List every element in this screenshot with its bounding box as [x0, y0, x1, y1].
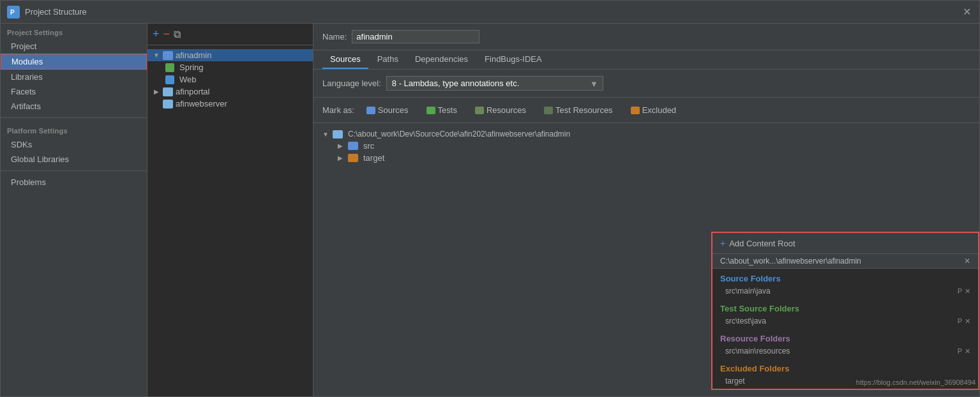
content-root-arrow: ▼ [322, 131, 330, 138]
test-folder-edit[interactable]: Ρ [958, 317, 962, 325]
language-level-select[interactable]: 8 - Lambdas, type annotations etc. [386, 76, 603, 91]
excluded-folder-path: target [725, 377, 745, 386]
tests-folder-icon [426, 107, 435, 114]
tree-label-afinadmin: afinadmin [176, 50, 211, 60]
resource-folder-path: src\main\resources [725, 347, 790, 356]
name-input[interactable] [352, 30, 479, 43]
target-label: target [363, 153, 384, 163]
resources-folder-icon [475, 107, 484, 114]
mark-as-excluded-button[interactable]: Excluded [625, 103, 682, 117]
tree-arrow-afinportal: ▶ [153, 88, 160, 95]
popup-header-text[interactable]: Add Content Root [729, 239, 795, 248]
project-settings-label: Project Settings [1, 24, 147, 39]
mark-as-label: Mark as: [322, 105, 354, 115]
popup-excluded-folder-row: target https://blog.csdn.net/weixin_3690… [720, 376, 970, 386]
content-root-item[interactable]: ▼ C:\about_work\Dev\SourceCode\afin202\a… [322, 128, 970, 140]
resource-folder-remove[interactable]: ✕ [965, 347, 970, 356]
sources-btn-label: Sources [378, 105, 409, 115]
src-label: src [363, 141, 374, 151]
remove-module-button[interactable]: − [163, 27, 170, 41]
tree-item-afinportal[interactable]: ▶ afinportal [147, 86, 313, 98]
excluded-folders-title: Excluded Folders [720, 364, 970, 373]
sources-folder-icon [366, 107, 375, 114]
popup-resource-folder-actions: Ρ ✕ [958, 347, 970, 356]
mark-as-resources-button[interactable]: Resources [469, 103, 532, 117]
source-folders-title: Source Folders [720, 274, 970, 283]
content-root-path: C:\about_work\Dev\SourceCode\afin202\afi… [348, 130, 570, 139]
excluded-folder-icon [631, 107, 640, 114]
sidebar-item-artifacts[interactable]: Artifacts [1, 99, 147, 114]
sidebar-item-modules[interactable]: Modules [1, 54, 147, 70]
target-arrow: ▶ [338, 154, 345, 161]
tabs-bar: Sources Paths Dependencies FindBugs-IDEA [313, 50, 979, 70]
source-folder-remove[interactable]: ✕ [965, 287, 970, 296]
folder-icon-afinwebserver [163, 100, 173, 109]
excluded-btn-label: Excluded [642, 105, 676, 115]
popup-source-folder-actions: Ρ ✕ [958, 287, 970, 296]
tree-item-web[interactable]: Web [147, 73, 313, 86]
content-area: ▼ C:\about_work\Dev\SourceCode\afin202\a… [313, 123, 979, 396]
test-source-title: Test Source Folders [720, 304, 970, 313]
copy-module-button[interactable]: ⧉ [174, 29, 181, 40]
tree-label-spring: Spring [179, 63, 204, 72]
test-resources-btn-label: Test Resources [555, 105, 613, 115]
language-select-wrapper[interactable]: 8 - Lambdas, type annotations etc. ▼ [386, 76, 603, 91]
source-folder-edit[interactable]: Ρ [958, 287, 962, 295]
tests-btn-label: Tests [438, 105, 457, 115]
module-tree-toolbar: + − ⧉ [147, 24, 313, 45]
language-level-label: Language level: [322, 79, 381, 88]
sidebar-item-project[interactable]: Project [1, 39, 147, 54]
resources-btn-label: Resources [486, 105, 526, 115]
content-tree: ▼ C:\about_work\Dev\SourceCode\afin202\a… [322, 128, 970, 164]
sidebar-divider-2 [1, 170, 147, 171]
name-label: Name: [322, 32, 347, 41]
tree-label-afinwebserver: afinwebserver [176, 99, 227, 109]
tab-sources[interactable]: Sources [322, 50, 368, 69]
module-tree-content: ▼ afinadmin Spring Web ▶ [147, 45, 313, 396]
mark-as-test-resources-button[interactable]: Test Resources [538, 103, 619, 117]
tree-label-web: Web [179, 75, 197, 84]
folder-icon-afinportal [163, 87, 173, 96]
project-structure-window: P Project Structure ✕ Project Settings P… [0, 0, 980, 397]
mark-as-tests-button[interactable]: Tests [421, 103, 463, 117]
target-folder-icon [348, 154, 358, 162]
content-target-item[interactable]: ▶ target [322, 152, 970, 164]
popup-test-folder-row: src\test\java Ρ ✕ [720, 316, 970, 326]
tree-arrow-afinadmin: ▼ [153, 52, 160, 59]
tree-item-afinwebserver[interactable]: afinwebserver [147, 98, 313, 110]
resource-folder-edit[interactable]: Ρ [958, 347, 962, 355]
test-resources-folder-icon [544, 107, 553, 114]
popup-path-text: C:\about_work...\afinwebserver\afinadmin [720, 257, 861, 266]
sidebar-item-facets[interactable]: Facets [1, 84, 147, 99]
popup-header: + Add Content Root [712, 233, 978, 254]
close-button[interactable]: ✕ [960, 6, 973, 19]
sidebar-item-global-libraries[interactable]: Global Libraries [1, 152, 147, 167]
title-bar: P Project Structure ✕ [1, 1, 979, 24]
tree-label-afinportal: afinportal [176, 87, 209, 96]
mark-as-sources-button[interactable]: Sources [361, 103, 414, 117]
module-name-row: Name: [313, 24, 979, 50]
tab-findbugs[interactable]: FindBugs-IDEA [477, 50, 550, 69]
test-folder-path: src\test\java [725, 317, 766, 326]
popup-source-folder-row: src\main\java Ρ ✕ [720, 286, 970, 296]
popup-add-icon: + [720, 238, 725, 248]
tab-paths[interactable]: Paths [370, 50, 406, 69]
sidebar: Project Settings Project Modules Librari… [1, 24, 147, 396]
sidebar-item-libraries[interactable]: Libraries [1, 70, 147, 84]
add-module-button[interactable]: + [153, 27, 160, 41]
svg-text:P: P [10, 9, 15, 16]
window-title: Project Structure [25, 7, 960, 17]
sidebar-item-problems[interactable]: Problems [1, 175, 147, 190]
test-folder-remove[interactable]: ✕ [965, 317, 970, 326]
resource-folders-title: Resource Folders [720, 334, 970, 343]
folder-icon-afinadmin [163, 51, 173, 60]
language-level-row: Language level: 8 - Lambdas, type annota… [313, 70, 979, 98]
tab-dependencies[interactable]: Dependencies [407, 50, 476, 69]
popup-path-close[interactable]: ✕ [964, 257, 970, 266]
tree-item-afinadmin[interactable]: ▼ afinadmin [147, 49, 313, 61]
mark-as-row: Mark as: Sources Tests Resources Test Re… [313, 98, 979, 123]
sidebar-item-sdks[interactable]: SDKs [1, 137, 147, 152]
tree-item-spring[interactable]: Spring [147, 61, 313, 73]
content-src-item[interactable]: ▶ src [322, 140, 970, 152]
main-content: Project Settings Project Modules Librari… [1, 24, 979, 396]
